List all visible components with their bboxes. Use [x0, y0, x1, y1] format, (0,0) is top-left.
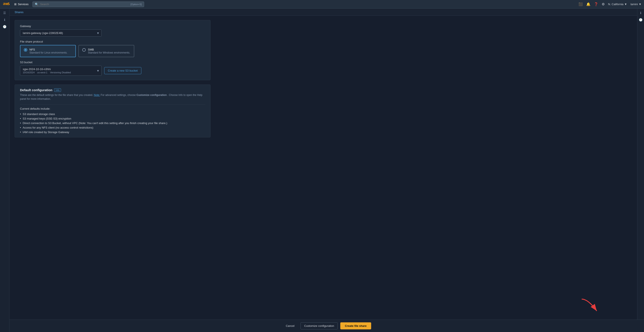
gateway-label: Gateway	[20, 25, 205, 28]
gateway-field-group: Gateway lamini-gateway (sgw-22802E4B) ▼	[20, 25, 205, 37]
bucket-name: sgw-2024-10-16-n3hhi	[23, 68, 94, 71]
search-icon: 🔍	[35, 3, 38, 6]
main-wrapper: Shares Gateway lamini-gateway (sgw-22802…	[10, 9, 644, 332]
cancel-button[interactable]: Cancel	[282, 322, 298, 329]
default-item-3: Direct connection to S3 Bucket, without …	[20, 122, 205, 125]
default-item-4: Access for any NFS client (no access con…	[20, 126, 205, 129]
grid-icon: ⊞	[14, 3, 16, 6]
gateway-select-wrapper: lamini-gateway (sgw-22802E4B) ▼	[20, 30, 102, 37]
bucket-versioning: Versioning Disabled	[50, 71, 71, 74]
region-chevron: ▼	[624, 3, 627, 6]
nfs-text: NFS Standard for Linux environments.	[30, 48, 68, 54]
protocol-field-group: File share protocol NFS Standard for Lin…	[20, 40, 205, 57]
desc-customize-bold: Customize configuration	[136, 94, 167, 97]
smb-text: SMB Standard for Windows environments.	[88, 48, 130, 54]
defaults-header: Current defaults include:	[20, 107, 205, 110]
protocol-nfs[interactable]: NFS Standard for Linux environments.	[20, 45, 76, 57]
protocol-options: NFS Standard for Linux environments. SMB…	[20, 45, 205, 57]
config-description: These are the default settings for the f…	[20, 93, 205, 101]
content-area: Gateway lamini-gateway (sgw-22802E4B) ▼ …	[10, 16, 216, 332]
username-label: lamini	[630, 3, 638, 6]
search-bar[interactable]: 🔍 [Option+S]	[32, 2, 144, 7]
settings-icon[interactable]: ⚙	[602, 2, 605, 6]
nfs-radio[interactable]	[24, 48, 27, 52]
clock-right-icon[interactable]: 🕐	[639, 18, 642, 22]
default-item-5: IAM role created by Storage Gateway	[20, 131, 205, 134]
config-header: Default configuration Info	[20, 88, 205, 92]
services-label: Services	[18, 3, 28, 6]
create-file-share-button[interactable]: Create file share	[340, 322, 371, 329]
user-chevron: ▼	[639, 3, 642, 6]
smb-radio[interactable]	[82, 48, 86, 52]
search-shortcut: [Option+S]	[130, 3, 142, 6]
user-menu[interactable]: lamini ▼	[630, 3, 642, 6]
sidebar: ☰ ℹ 🕐	[0, 9, 10, 332]
gateway-select[interactable]: lamini-gateway (sgw-22802E4B)	[20, 30, 102, 37]
help-icon[interactable]: ❓	[594, 2, 598, 6]
nfs-desc: Standard for Linux environments.	[30, 51, 68, 54]
top-nav: ⊞ Services 🔍 [Option+S] ⬛ 🔔 ❓ ⚙ N. Calif…	[0, 0, 644, 9]
s3-field-group: S3 bucket sgw-2024-10-16-n3hhi 10/16/202…	[20, 61, 205, 76]
bucket-meta: 10/16/2024 us-west-1 Versioning Disabled	[23, 71, 94, 74]
desc-text: These are the default settings for the f…	[20, 94, 93, 97]
config-title: Default configuration	[20, 88, 52, 92]
main-config-panel: Gateway lamini-gateway (sgw-22802E4B) ▼ …	[14, 20, 210, 80]
bell-icon[interactable]: 🔔	[586, 2, 590, 6]
s3-row: sgw-2024-10-16-n3hhi 10/16/2024 us-west-…	[20, 66, 205, 76]
customize-button[interactable]: Customize configuration	[300, 322, 338, 329]
breadcrumb-bar: Shares	[10, 9, 644, 16]
s3-select-wrapper: sgw-2024-10-16-n3hhi 10/16/2024 us-west-…	[20, 66, 102, 76]
search-input[interactable]	[40, 3, 129, 6]
clock-sidebar-icon[interactable]: 🕐	[3, 25, 6, 28]
region-label: N. California	[608, 3, 624, 6]
right-panel: ℹ 🕐	[637, 9, 644, 332]
protocol-smb[interactable]: SMB Standard for Windows environments.	[78, 45, 134, 57]
s3-chevron-icon: ▼	[96, 69, 100, 73]
nfs-label: NFS	[30, 48, 68, 51]
terminal-icon[interactable]: ⬛	[578, 2, 583, 6]
default-item-2: S3 managed keys (SSE-S3) encryption	[20, 117, 205, 120]
info-sidebar-icon[interactable]: ℹ	[4, 18, 5, 22]
bucket-region: us-west-1	[37, 71, 48, 74]
smb-desc: Standard for Windows environments.	[88, 51, 130, 54]
protocol-label: File share protocol	[20, 40, 205, 43]
bottom-spacer	[14, 142, 210, 155]
bucket-date: 10/16/2024	[23, 71, 34, 74]
info-right-icon[interactable]: ℹ	[640, 11, 641, 15]
breadcrumb[interactable]: Shares	[14, 11, 24, 14]
divider	[20, 104, 205, 105]
defaults-list: S3 standard storage class S3 managed key…	[20, 112, 205, 134]
s3-select-box[interactable]: sgw-2024-10-16-n3hhi 10/16/2024 us-west-…	[20, 66, 102, 76]
desc-continue: For advanced settings, choose	[101, 94, 136, 97]
region-selector[interactable]: N. California ▼	[608, 3, 627, 6]
s3-label: S3 bucket	[20, 61, 205, 64]
nav-right: ⬛ 🔔 ❓ ⚙ N. California ▼ lamini ▼	[578, 2, 642, 6]
aws-logo[interactable]	[2, 2, 10, 7]
bottom-bar: Cancel Customize configuration Create fi…	[10, 319, 644, 332]
menu-icon[interactable]: ☰	[3, 11, 6, 15]
default-config-panel: Default configuration Info These are the…	[14, 85, 210, 137]
info-button[interactable]: Info	[54, 88, 61, 92]
desc-note-link: Note:	[94, 94, 100, 97]
create-s3-bucket-button[interactable]: Create a new S3 bucket	[104, 67, 141, 74]
default-item-1: S3 standard storage class	[20, 112, 205, 116]
services-menu[interactable]: ⊞ Services	[12, 2, 30, 7]
smb-label: SMB	[88, 48, 130, 51]
